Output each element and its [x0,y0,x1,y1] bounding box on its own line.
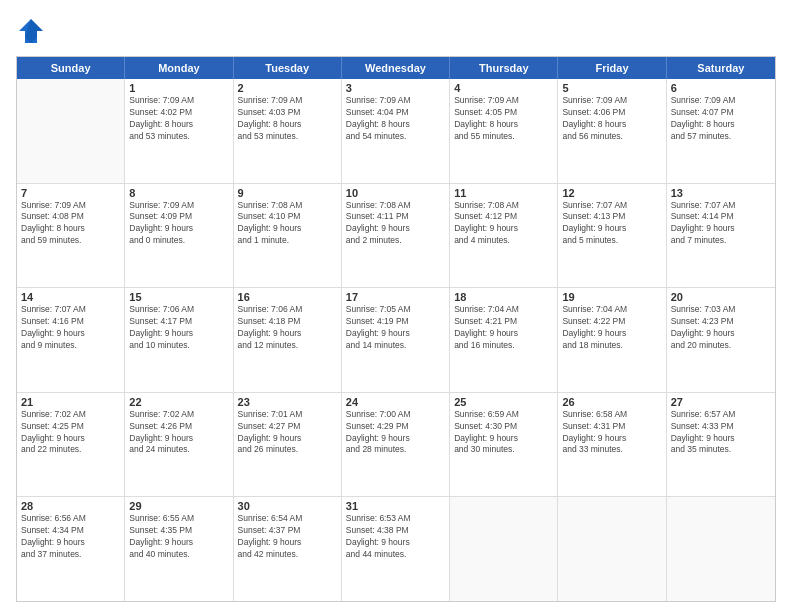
day-number: 10 [346,187,445,199]
day-info: Sunrise: 7:06 AM Sunset: 4:17 PM Dayligh… [129,304,228,352]
day-cell-31: 31Sunrise: 6:53 AM Sunset: 4:38 PM Dayli… [342,497,450,601]
day-number: 13 [671,187,771,199]
day-number: 6 [671,82,771,94]
day-cell-8: 8Sunrise: 7:09 AM Sunset: 4:09 PM Daylig… [125,184,233,288]
day-number: 1 [129,82,228,94]
day-info: Sunrise: 6:55 AM Sunset: 4:35 PM Dayligh… [129,513,228,561]
day-info: Sunrise: 7:09 AM Sunset: 4:04 PM Dayligh… [346,95,445,143]
day-info: Sunrise: 6:59 AM Sunset: 4:30 PM Dayligh… [454,409,553,457]
day-cell-1: 1Sunrise: 7:09 AM Sunset: 4:02 PM Daylig… [125,79,233,183]
day-cell-27: 27Sunrise: 6:57 AM Sunset: 4:33 PM Dayli… [667,393,775,497]
day-number: 8 [129,187,228,199]
day-cell-20: 20Sunrise: 7:03 AM Sunset: 4:23 PM Dayli… [667,288,775,392]
empty-cell-4-5 [558,497,666,601]
calendar-row-4: 28Sunrise: 6:56 AM Sunset: 4:34 PM Dayli… [17,497,775,601]
day-number: 30 [238,500,337,512]
day-number: 31 [346,500,445,512]
empty-cell-4-4 [450,497,558,601]
day-cell-21: 21Sunrise: 7:02 AM Sunset: 4:25 PM Dayli… [17,393,125,497]
day-info: Sunrise: 7:07 AM Sunset: 4:14 PM Dayligh… [671,200,771,248]
day-cell-11: 11Sunrise: 7:08 AM Sunset: 4:12 PM Dayli… [450,184,558,288]
day-number: 28 [21,500,120,512]
day-info: Sunrise: 7:04 AM Sunset: 4:21 PM Dayligh… [454,304,553,352]
calendar-header: SundayMondayTuesdayWednesdayThursdayFrid… [17,57,775,79]
day-cell-15: 15Sunrise: 7:06 AM Sunset: 4:17 PM Dayli… [125,288,233,392]
day-info: Sunrise: 7:01 AM Sunset: 4:27 PM Dayligh… [238,409,337,457]
day-number: 21 [21,396,120,408]
day-number: 12 [562,187,661,199]
calendar: SundayMondayTuesdayWednesdayThursdayFrid… [16,56,776,602]
weekday-header-wednesday: Wednesday [342,57,450,79]
day-cell-2: 2Sunrise: 7:09 AM Sunset: 4:03 PM Daylig… [234,79,342,183]
day-cell-25: 25Sunrise: 6:59 AM Sunset: 4:30 PM Dayli… [450,393,558,497]
weekday-header-monday: Monday [125,57,233,79]
day-number: 23 [238,396,337,408]
day-cell-24: 24Sunrise: 7:00 AM Sunset: 4:29 PM Dayli… [342,393,450,497]
day-info: Sunrise: 6:57 AM Sunset: 4:33 PM Dayligh… [671,409,771,457]
day-info: Sunrise: 7:08 AM Sunset: 4:11 PM Dayligh… [346,200,445,248]
day-cell-23: 23Sunrise: 7:01 AM Sunset: 4:27 PM Dayli… [234,393,342,497]
weekday-header-friday: Friday [558,57,666,79]
day-info: Sunrise: 7:02 AM Sunset: 4:26 PM Dayligh… [129,409,228,457]
day-info: Sunrise: 7:04 AM Sunset: 4:22 PM Dayligh… [562,304,661,352]
day-number: 17 [346,291,445,303]
day-info: Sunrise: 7:09 AM Sunset: 4:08 PM Dayligh… [21,200,120,248]
day-number: 29 [129,500,228,512]
calendar-row-3: 21Sunrise: 7:02 AM Sunset: 4:25 PM Dayli… [17,393,775,498]
day-info: Sunrise: 7:09 AM Sunset: 4:02 PM Dayligh… [129,95,228,143]
day-info: Sunrise: 6:53 AM Sunset: 4:38 PM Dayligh… [346,513,445,561]
day-cell-3: 3Sunrise: 7:09 AM Sunset: 4:04 PM Daylig… [342,79,450,183]
day-number: 2 [238,82,337,94]
day-number: 26 [562,396,661,408]
day-cell-26: 26Sunrise: 6:58 AM Sunset: 4:31 PM Dayli… [558,393,666,497]
day-info: Sunrise: 7:08 AM Sunset: 4:12 PM Dayligh… [454,200,553,248]
day-info: Sunrise: 7:07 AM Sunset: 4:16 PM Dayligh… [21,304,120,352]
weekday-header-tuesday: Tuesday [234,57,342,79]
day-number: 25 [454,396,553,408]
page: SundayMondayTuesdayWednesdayThursdayFrid… [0,0,792,612]
day-number: 18 [454,291,553,303]
calendar-row-2: 14Sunrise: 7:07 AM Sunset: 4:16 PM Dayli… [17,288,775,393]
day-cell-6: 6Sunrise: 7:09 AM Sunset: 4:07 PM Daylig… [667,79,775,183]
day-cell-5: 5Sunrise: 7:09 AM Sunset: 4:06 PM Daylig… [558,79,666,183]
day-info: Sunrise: 7:06 AM Sunset: 4:18 PM Dayligh… [238,304,337,352]
day-info: Sunrise: 6:54 AM Sunset: 4:37 PM Dayligh… [238,513,337,561]
day-info: Sunrise: 7:00 AM Sunset: 4:29 PM Dayligh… [346,409,445,457]
day-cell-7: 7Sunrise: 7:09 AM Sunset: 4:08 PM Daylig… [17,184,125,288]
day-cell-29: 29Sunrise: 6:55 AM Sunset: 4:35 PM Dayli… [125,497,233,601]
day-cell-13: 13Sunrise: 7:07 AM Sunset: 4:14 PM Dayli… [667,184,775,288]
day-cell-4: 4Sunrise: 7:09 AM Sunset: 4:05 PM Daylig… [450,79,558,183]
empty-cell-0-0 [17,79,125,183]
day-number: 24 [346,396,445,408]
day-info: Sunrise: 7:05 AM Sunset: 4:19 PM Dayligh… [346,304,445,352]
day-number: 14 [21,291,120,303]
day-number: 19 [562,291,661,303]
weekday-header-saturday: Saturday [667,57,775,79]
day-info: Sunrise: 7:02 AM Sunset: 4:25 PM Dayligh… [21,409,120,457]
day-cell-30: 30Sunrise: 6:54 AM Sunset: 4:37 PM Dayli… [234,497,342,601]
calendar-row-1: 7Sunrise: 7:09 AM Sunset: 4:08 PM Daylig… [17,184,775,289]
day-number: 9 [238,187,337,199]
day-number: 11 [454,187,553,199]
day-number: 7 [21,187,120,199]
day-cell-17: 17Sunrise: 7:05 AM Sunset: 4:19 PM Dayli… [342,288,450,392]
day-number: 5 [562,82,661,94]
day-number: 22 [129,396,228,408]
day-info: Sunrise: 7:08 AM Sunset: 4:10 PM Dayligh… [238,200,337,248]
empty-cell-4-6 [667,497,775,601]
calendar-row-0: 1Sunrise: 7:09 AM Sunset: 4:02 PM Daylig… [17,79,775,184]
day-cell-10: 10Sunrise: 7:08 AM Sunset: 4:11 PM Dayli… [342,184,450,288]
day-info: Sunrise: 7:09 AM Sunset: 4:05 PM Dayligh… [454,95,553,143]
day-number: 4 [454,82,553,94]
day-number: 3 [346,82,445,94]
logo [16,16,50,46]
day-cell-22: 22Sunrise: 7:02 AM Sunset: 4:26 PM Dayli… [125,393,233,497]
weekday-header-thursday: Thursday [450,57,558,79]
day-cell-28: 28Sunrise: 6:56 AM Sunset: 4:34 PM Dayli… [17,497,125,601]
day-number: 16 [238,291,337,303]
day-cell-9: 9Sunrise: 7:08 AM Sunset: 4:10 PM Daylig… [234,184,342,288]
day-info: Sunrise: 6:58 AM Sunset: 4:31 PM Dayligh… [562,409,661,457]
day-cell-14: 14Sunrise: 7:07 AM Sunset: 4:16 PM Dayli… [17,288,125,392]
day-cell-19: 19Sunrise: 7:04 AM Sunset: 4:22 PM Dayli… [558,288,666,392]
day-info: Sunrise: 7:07 AM Sunset: 4:13 PM Dayligh… [562,200,661,248]
